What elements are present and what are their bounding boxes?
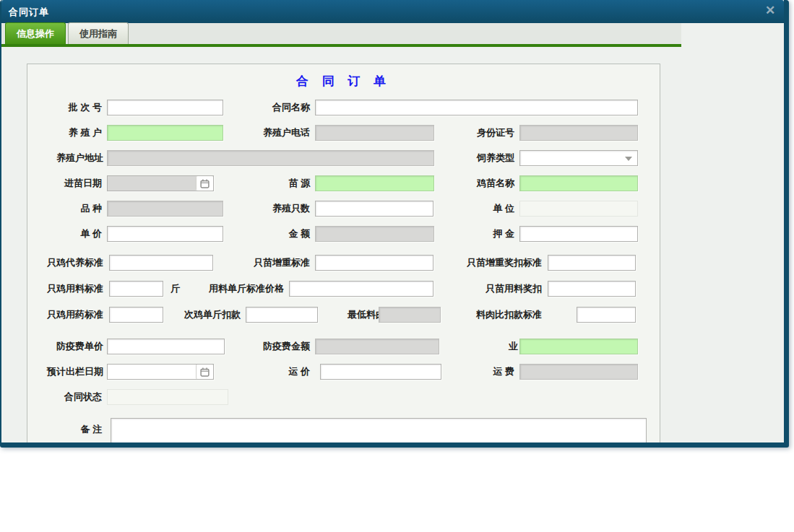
farmer-input[interactable] <box>107 125 223 141</box>
freight-price-label: 运 价 <box>241 364 310 380</box>
vacc-amount-input <box>315 339 439 354</box>
gain-bonus-std-label: 只苗增重奖扣标准 <box>461 255 542 271</box>
tab-info-operation[interactable]: 信息操作 <box>5 22 66 44</box>
tab-strip: 信息操作 使用指南 <box>1 23 681 47</box>
contract-order-dialog: 合同订单 ✕ 信息操作 使用指南 合 同 订 单 批 次 号 合同名称 养 殖 … <box>0 0 789 448</box>
status-field <box>107 389 228 405</box>
calendar-icon[interactable] <box>196 176 213 191</box>
freight-label: 运 费 <box>439 364 514 380</box>
care-std-label: 只鸡代养标准 <box>35 255 103 271</box>
seed-src-input[interactable] <box>315 175 434 191</box>
salesman-input[interactable] <box>519 339 638 354</box>
vacc-amount-label: 防疫费金额 <box>236 339 310 354</box>
cull-deduct-input[interactable] <box>246 307 318 323</box>
out-date-input[interactable] <box>108 365 196 379</box>
form-title: 合 同 订 单 <box>27 73 660 90</box>
min-fcr-input <box>379 307 441 323</box>
med-std-label: 只鸡用药标准 <box>35 307 103 323</box>
med-std-input[interactable] <box>109 307 163 323</box>
amount-input <box>315 226 434 242</box>
unit-field <box>519 201 638 217</box>
calendar-icon[interactable] <box>196 365 213 379</box>
count-label: 养殖只数 <box>241 201 310 217</box>
out-date-label: 预计出栏日期 <box>35 364 103 380</box>
chevron-down-icon <box>625 157 632 161</box>
farmer-phone-label: 养殖户电话 <box>241 125 310 141</box>
gain-std-input[interactable] <box>315 255 433 271</box>
feed-price-input[interactable] <box>289 281 433 297</box>
dialog-titlebar[interactable]: 合同订单 ✕ <box>1 0 784 23</box>
dialog-title: 合同订单 <box>9 6 49 19</box>
amount-label: 金 额 <box>241 226 310 242</box>
page: 合同订单 ✕ 信息操作 使用指南 合 同 订 单 批 次 号 合同名称 养 殖 … <box>0 0 794 532</box>
out-date-field <box>107 364 214 380</box>
deposit-input[interactable] <box>519 226 638 242</box>
in-date-field <box>107 175 214 191</box>
seed-src-label: 苗 源 <box>241 175 310 191</box>
remark-label: 备 注 <box>46 422 102 437</box>
farmer-addr-input <box>107 150 434 166</box>
id-no-label: 身份证号 <box>439 125 514 141</box>
feed-type-label: 饲养类型 <box>439 150 514 166</box>
id-no-input <box>519 125 638 141</box>
feed-bonus-label: 只苗用料奖扣 <box>468 281 542 297</box>
feed-type-select[interactable] <box>519 150 638 166</box>
feed-price-label: 用料单斤标准价格 <box>197 281 284 297</box>
feed-std-input[interactable] <box>109 281 163 297</box>
batch-no-input[interactable] <box>107 100 223 115</box>
in-date-label: 进苗日期 <box>38 175 102 191</box>
chick-name-input[interactable] <box>519 175 638 191</box>
farmer-label: 养 殖 户 <box>38 125 102 141</box>
price-label: 单 价 <box>38 226 102 242</box>
fcr-deduct-std-label: 料肉比扣款标准 <box>461 307 542 323</box>
breed-label: 品 种 <box>38 201 102 217</box>
breed-input <box>107 201 223 217</box>
in-date-input <box>108 176 196 191</box>
batch-no-label: 批 次 号 <box>38 100 102 115</box>
feed-std-unit: 斤 <box>171 281 180 297</box>
vacc-price-label: 防疫费单价 <box>35 339 103 354</box>
form-panel: 合 同 订 单 批 次 号 合同名称 养 殖 户 养殖户电话 身份证号 养殖户地… <box>27 64 660 444</box>
close-icon[interactable]: ✕ <box>762 3 778 19</box>
freight-input <box>519 364 638 380</box>
tab-user-guide[interactable]: 使用指南 <box>68 22 129 44</box>
contract-name-input[interactable] <box>315 100 638 115</box>
vacc-price-input[interactable] <box>107 339 225 354</box>
chick-name-label: 鸡苗名称 <box>439 175 514 191</box>
care-std-input[interactable] <box>109 255 213 271</box>
farmer-phone-input <box>315 125 434 141</box>
feed-std-label: 只鸡用料标准 <box>35 281 103 297</box>
unit-label: 单 位 <box>439 201 514 217</box>
status-label: 合同状态 <box>38 389 102 405</box>
feed-bonus-input[interactable] <box>548 281 636 297</box>
remark-textarea[interactable] <box>111 418 647 448</box>
fcr-deduct-std-input[interactable] <box>577 307 636 323</box>
farmer-addr-label: 养殖户地址 <box>35 150 103 166</box>
contract-name-label: 合同名称 <box>241 100 310 115</box>
gain-std-label: 只苗增重标准 <box>230 255 310 271</box>
gain-bonus-std-input[interactable] <box>548 255 636 271</box>
cull-deduct-label: 次鸡单斤扣款 <box>172 307 241 323</box>
price-input[interactable] <box>107 226 223 242</box>
deposit-label: 押 金 <box>439 226 514 242</box>
count-input[interactable] <box>315 201 433 217</box>
freight-price-input[interactable] <box>320 364 441 380</box>
